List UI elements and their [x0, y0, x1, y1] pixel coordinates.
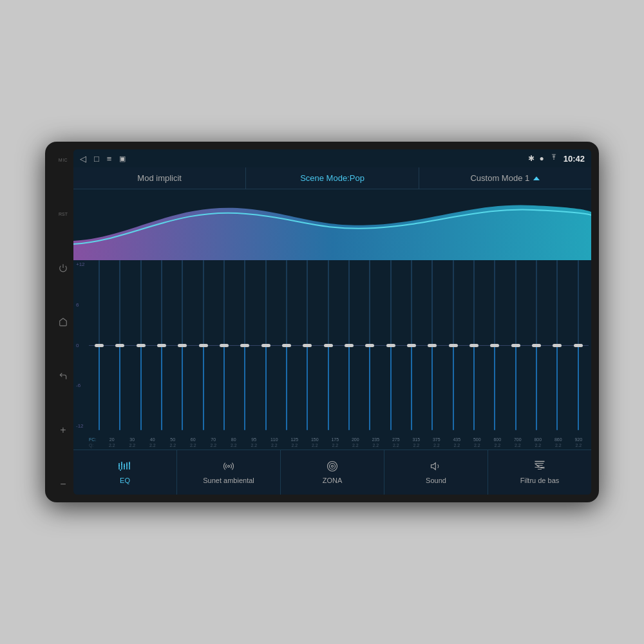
nav-home-icon[interactable]: □ [94, 154, 99, 164]
slider-thumb-30[interactable] [115, 344, 124, 347]
slider-col-600[interactable] [484, 260, 505, 430]
slider-col-375[interactable] [422, 260, 442, 430]
slider-col-275[interactable] [381, 260, 401, 430]
slider-thumb-375[interactable] [428, 344, 437, 347]
slider-thumb-125[interactable] [282, 344, 291, 347]
slider-fill-20 [99, 345, 100, 430]
slider-col-60[interactable] [172, 260, 193, 430]
slider-thumb-80[interactable] [220, 344, 229, 347]
nav-sound[interactable]: Sound [384, 450, 488, 495]
slider-thumb-275[interactable] [386, 344, 395, 347]
slider-col-95[interactable] [234, 260, 255, 430]
slider-track-800 [536, 260, 537, 430]
nav-sunet-ambiental[interactable]: Sunet ambiental [177, 450, 281, 495]
slider-col-70[interactable] [193, 260, 214, 430]
minus-icon[interactable]: − [57, 478, 70, 491]
slider-col-315[interactable] [401, 260, 422, 430]
slider-col-500[interactable] [464, 260, 484, 430]
freq-col-375: 3752.2 [426, 430, 447, 450]
slider-thumb-70[interactable] [199, 344, 208, 347]
slider-fill-860 [556, 345, 558, 430]
slider-thumb-700[interactable] [511, 344, 520, 347]
freq-col-125: 1252.2 [285, 430, 305, 450]
nav-zona-label: ZONA [323, 477, 343, 484]
nav-back-icon[interactable]: ◁ [80, 154, 86, 164]
slider-track-70 [203, 260, 204, 430]
slider-track-80 [223, 260, 225, 430]
slider-col-175[interactable] [318, 260, 339, 430]
tab-scene-mode[interactable]: Scene Mode:Pop [246, 167, 419, 189]
slider-fill-30 [119, 345, 120, 430]
freq-col-70: 702.2 [204, 430, 224, 450]
slider-col-50[interactable] [151, 260, 172, 430]
freq-col-175: 1752.2 [325, 430, 346, 450]
freq-labels: FC:Q: 202.2302.2402.2502.2602.2702.2802.… [73, 430, 591, 450]
home-icon[interactable] [57, 316, 70, 328]
slider-col-235[interactable] [359, 260, 380, 430]
wifi-icon [549, 154, 558, 164]
nav-eq[interactable]: EQ [73, 450, 177, 495]
broadcast-icon [222, 460, 236, 474]
slider-thumb-315[interactable] [407, 344, 416, 347]
slider-thumb-150[interactable] [303, 344, 312, 347]
status-bar: ◁ □ ≡ ▣ ✱ ● 10:42 [73, 149, 591, 167]
slider-thumb-800[interactable] [532, 344, 541, 347]
slider-track-175 [328, 260, 329, 430]
slider-track-60 [182, 260, 183, 430]
freq-col-200: 2002.2 [345, 430, 366, 450]
svg-point-14 [330, 464, 336, 469]
freq-col-235: 2352.2 [366, 430, 386, 450]
slider-col-920[interactable] [568, 260, 589, 430]
eq-scale: +12 6 0 -6 -12 [76, 260, 85, 430]
slider-thumb-860[interactable] [553, 344, 562, 347]
slider-fill-125 [286, 345, 287, 430]
slider-thumb-600[interactable] [490, 344, 499, 347]
slider-thumb-50[interactable] [157, 344, 166, 347]
slider-col-860[interactable] [547, 260, 567, 430]
slider-fill-375 [431, 345, 433, 430]
nav-square-icon[interactable]: ▣ [119, 155, 126, 163]
back-icon[interactable] [57, 370, 70, 383]
slider-thumb-235[interactable] [365, 344, 374, 347]
slider-track-30 [119, 260, 120, 430]
freq-col-800: 8002.2 [528, 430, 549, 450]
slider-col-700[interactable] [506, 260, 526, 430]
slider-thumb-435[interactable] [449, 344, 458, 347]
add-icon[interactable]: + [57, 424, 70, 437]
filter-icon [533, 460, 547, 474]
slider-col-200[interactable] [339, 260, 359, 430]
tab-custom-mode[interactable]: Custom Mode 1 [419, 167, 591, 189]
slider-thumb-20[interactable] [95, 344, 104, 347]
slider-thumb-60[interactable] [178, 344, 187, 347]
slider-col-80[interactable] [214, 260, 234, 430]
slider-col-150[interactable] [297, 260, 317, 430]
slider-col-435[interactable] [443, 260, 464, 430]
nav-zona[interactable]: ZONA [281, 450, 384, 495]
freq-col-920: 9202.2 [569, 430, 589, 450]
slider-thumb-175[interactable] [324, 344, 333, 347]
slider-thumb-95[interactable] [240, 344, 249, 347]
freq-col-860: 8602.2 [548, 430, 569, 450]
freq-col-20: 202.2 [102, 430, 122, 450]
slider-col-110[interactable] [256, 260, 276, 430]
slider-track-110 [265, 260, 267, 430]
slider-col-20[interactable] [89, 260, 109, 430]
tab-mod-implicit[interactable]: Mod implicit [73, 167, 246, 189]
slider-track-150 [307, 260, 308, 430]
slider-col-800[interactable] [526, 260, 547, 430]
nav-filtru-bas[interactable]: Filtru de bas [488, 450, 591, 495]
slider-col-40[interactable] [131, 260, 151, 430]
slider-fill-500 [473, 345, 475, 430]
slider-col-30[interactable] [109, 260, 130, 430]
slider-col-125[interactable] [276, 260, 297, 430]
nav-filtru-label: Filtru de bas [520, 477, 560, 484]
slider-thumb-500[interactable] [469, 344, 478, 347]
nav-menu-icon[interactable]: ≡ [107, 154, 112, 164]
slider-thumb-200[interactable] [345, 344, 354, 347]
slider-fill-150 [307, 345, 308, 430]
slider-thumb-110[interactable] [261, 344, 270, 347]
svg-marker-16 [431, 463, 436, 470]
power-icon[interactable] [57, 261, 70, 274]
slider-thumb-920[interactable] [574, 344, 583, 347]
slider-thumb-40[interactable] [137, 344, 146, 347]
